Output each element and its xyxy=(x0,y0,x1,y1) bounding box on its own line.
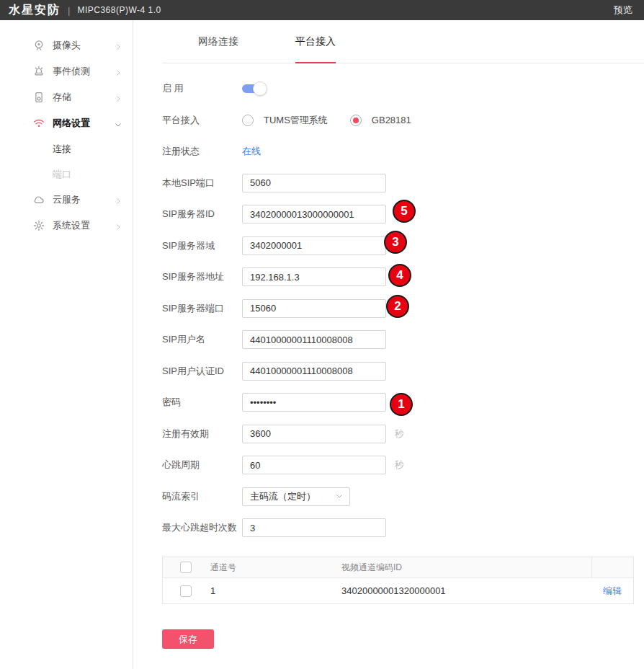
sidebar-subitem-connection[interactable]: 连接 xyxy=(0,136,133,161)
chevron-down-icon xyxy=(114,119,122,128)
register-status-label: 注册状态 xyxy=(162,145,242,158)
password-input[interactable] xyxy=(242,393,386,412)
sip-username-input[interactable] xyxy=(242,330,386,349)
alarm-icon xyxy=(32,65,45,78)
header-encode-id: 视频通道编码ID xyxy=(341,562,591,574)
main-content: 网络连接 平台接入 启 用 平台接入 xyxy=(133,20,644,669)
toggle-knob xyxy=(253,81,267,96)
sip-server-address-row: SIP服务器地址 4 xyxy=(162,267,644,286)
password-row: 密码 1 xyxy=(162,393,644,412)
sip-username-row: SIP用户名 xyxy=(162,330,644,349)
radio-dot xyxy=(353,118,359,123)
register-expiry-label: 注册有效期 xyxy=(162,427,242,440)
max-heartbeat-timeout-label: 最大心跳超时次数 xyxy=(162,521,242,534)
tab-network-connection[interactable]: 网络连接 xyxy=(198,20,238,63)
sidebar-label-camera: 摄像头 xyxy=(53,39,114,52)
annotation-badge-5: 5 xyxy=(393,200,416,223)
sip-auth-id-label: SIP用户认证ID xyxy=(162,365,242,378)
sip-auth-id-input[interactable] xyxy=(242,362,386,381)
register-expiry-unit: 秒 xyxy=(395,427,404,440)
local-sip-port-label: 本地SIP端口 xyxy=(162,177,242,190)
sip-server-domain-row: SIP服务器域 3 xyxy=(162,236,644,255)
platform-label: 平台接入 xyxy=(162,114,242,127)
platform-radio-group: TUMS管理系统 GB28181 xyxy=(242,114,411,127)
chevron-down-icon xyxy=(335,490,344,503)
sidebar-item-cloud-service[interactable]: 云服务 xyxy=(0,187,133,213)
sidebar-label-cloud-service: 云服务 xyxy=(53,193,114,206)
sidebar-label-system-settings: 系统设置 xyxy=(53,219,114,232)
channel-table-header: 通道号 视频通道编码ID xyxy=(163,557,633,577)
sip-server-domain-input[interactable] xyxy=(242,236,386,255)
header-action-cell xyxy=(591,557,633,577)
sip-server-id-row: SIP服务器ID 5 xyxy=(162,205,644,223)
password-label: 密码 xyxy=(162,396,242,409)
register-expiry-input[interactable] xyxy=(242,425,386,443)
preview-link[interactable]: 预览 xyxy=(614,4,632,17)
sidebar-item-network-settings[interactable]: 网络设置 xyxy=(0,110,133,136)
heartbeat-period-unit: 秒 xyxy=(395,458,404,471)
row-checkbox-cell xyxy=(163,585,210,597)
camera-icon xyxy=(32,39,45,52)
sip-server-address-input[interactable] xyxy=(242,267,386,286)
register-status-row: 注册状态 在线 xyxy=(162,142,644,161)
top-bar: 水星安防 | MIPC368(P)W-4 1.0 预览 xyxy=(0,0,644,20)
annotation-badge-3: 3 xyxy=(384,231,407,254)
annotation-badge-4: 4 xyxy=(388,264,411,287)
sip-username-label: SIP用户名 xyxy=(162,333,242,346)
page: 水星安防 | MIPC368(P)W-4 1.0 预览 摄像头 事件侦测 xyxy=(0,0,644,669)
chevron-right-icon xyxy=(114,41,122,50)
local-sip-port-input[interactable] xyxy=(242,174,386,192)
wifi-icon xyxy=(32,117,45,130)
tab-platform-access[interactable]: 平台接入 xyxy=(295,20,336,63)
enable-row: 启 用 xyxy=(162,79,644,98)
sidebar-item-system-settings[interactable]: 系统设置 xyxy=(0,213,133,239)
storage-icon xyxy=(32,91,45,104)
radio-gb28181[interactable]: GB28181 xyxy=(350,115,411,126)
row-channel: 1 xyxy=(210,585,341,596)
max-heartbeat-timeout-input[interactable] xyxy=(242,518,386,537)
sip-server-id-label: SIP服务器ID xyxy=(162,208,242,221)
radio-circle-icon xyxy=(350,115,362,126)
max-heartbeat-timeout-row: 最大心跳超时次数 xyxy=(162,518,644,537)
annotation-badge-1: 1 xyxy=(390,393,413,416)
stream-index-select[interactable]: 主码流（定时） xyxy=(242,487,350,506)
sidebar-item-camera[interactable]: 摄像头 xyxy=(0,32,133,58)
annotation-badge-2: 2 xyxy=(386,295,409,318)
select-all-checkbox[interactable] xyxy=(180,562,192,573)
register-status-value[interactable]: 在线 xyxy=(242,145,261,158)
sidebar-item-storage[interactable]: 存储 xyxy=(0,84,133,110)
chevron-right-icon xyxy=(114,221,122,230)
brand-logo: 水星安防 xyxy=(9,3,61,18)
table-row: 1 34020000001320000001 编辑 xyxy=(163,577,633,603)
stream-index-value: 主码流（定时） xyxy=(250,490,335,503)
row-checkbox[interactable] xyxy=(180,585,192,597)
row-action-cell: 编辑 xyxy=(591,578,633,603)
sip-server-port-label: SIP服务器端口 xyxy=(162,302,242,315)
stream-index-row: 码流索引 主码流（定时） xyxy=(162,487,644,506)
sidebar-subitem-port[interactable]: 端口 xyxy=(0,161,133,187)
cloud-icon xyxy=(32,193,45,206)
local-sip-port-row: 本地SIP端口 xyxy=(162,174,644,192)
sidebar-label-storage: 存储 xyxy=(53,91,114,104)
tab-bar: 网络连接 平台接入 xyxy=(162,20,644,63)
save-button[interactable]: 保存 xyxy=(162,629,214,649)
radio-tums[interactable]: TUMS管理系统 xyxy=(242,114,328,127)
chevron-right-icon xyxy=(114,93,122,102)
stream-index-label: 码流索引 xyxy=(162,490,242,503)
heartbeat-period-row: 心跳周期 秒 xyxy=(162,456,644,474)
sip-server-id-input[interactable] xyxy=(242,205,386,223)
sip-server-port-input[interactable] xyxy=(242,299,386,318)
radio-tums-label: TUMS管理系统 xyxy=(264,114,328,127)
sip-server-port-row: SIP服务器端口 2 xyxy=(162,299,644,318)
row-encode-id: 34020000001320000001 xyxy=(341,585,591,596)
platform-access-form: 启 用 平台接入 TUMS管理系统 xyxy=(162,63,644,649)
chevron-right-icon xyxy=(114,67,122,76)
sidebar-label-network-settings: 网络设置 xyxy=(53,117,114,130)
enable-toggle[interactable] xyxy=(242,81,268,96)
chevron-right-icon xyxy=(114,195,122,204)
heartbeat-period-input[interactable] xyxy=(242,456,386,474)
radio-circle-icon xyxy=(242,115,254,126)
sidebar-item-event-detection[interactable]: 事件侦测 xyxy=(0,58,133,84)
edit-link[interactable]: 编辑 xyxy=(603,585,622,598)
sip-server-domain-label: SIP服务器域 xyxy=(162,239,242,252)
